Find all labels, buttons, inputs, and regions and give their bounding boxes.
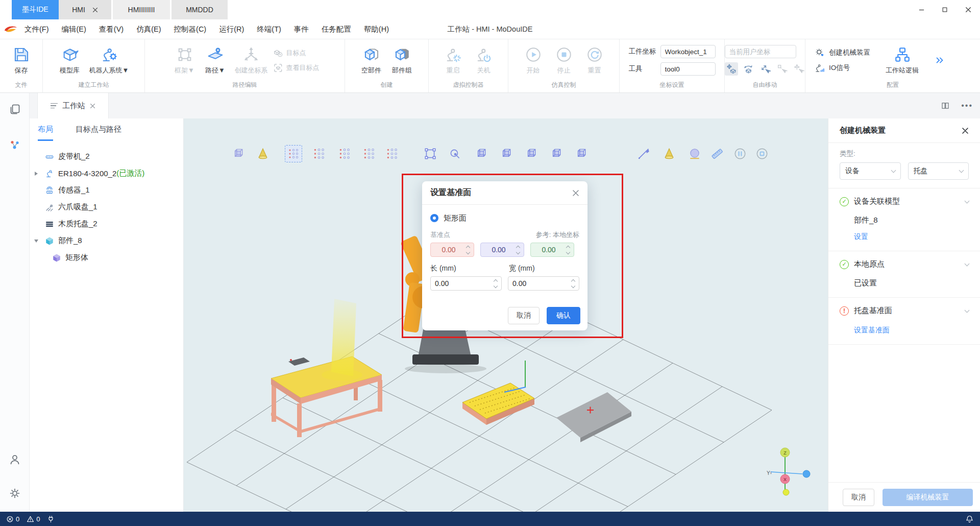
robot-system-button[interactable]: 机器人系统▼ [86,45,132,76]
view-cube-icon[interactable] [499,147,512,160]
model-library-button[interactable]: 模型库 [56,45,84,76]
type-select-pallet[interactable]: 托盘 [908,162,969,180]
length-input[interactable]: 0.00 [430,276,502,291]
rect-plane-radio[interactable]: 矩形面 [430,211,579,225]
menu-task-config[interactable]: 任务配置 [322,25,351,34]
app-tab[interactable]: 墨斗IDE [12,0,59,19]
point-grid-icon[interactable] [338,147,351,160]
stepper-icon[interactable] [494,280,499,288]
tool-input[interactable] [660,62,716,76]
point-select-active-icon[interactable] [285,145,302,162]
tree-item-part8[interactable]: 部件_8 [30,232,183,249]
user-coord-input[interactable] [725,45,796,58]
section-header[interactable]: 本地原点 [840,259,969,269]
tree-item-conveyor[interactable]: 皮带机_2 [30,148,183,165]
chevron-down-icon[interactable] [965,261,970,266]
panel-cancel-button[interactable]: 取消 [843,489,874,506]
view-cube-icon[interactable] [549,147,562,160]
draw-line-icon[interactable] [637,147,650,160]
start-button[interactable]: 开始 [519,45,548,76]
tree-item-gripper[interactable]: 六爪吸盘_1 [30,199,183,216]
menu-edit[interactable]: 编辑(E) [62,25,86,34]
expand-ribbon-icon[interactable] [934,55,945,66]
menu-controller[interactable]: 控制器(C) [174,25,207,34]
base-point-z-input[interactable]: 0.00 [530,243,574,257]
tab-workstation[interactable]: 工作站 [37,93,109,118]
scale-cursor-icon[interactable] [758,62,772,76]
connection-indicator[interactable] [47,515,55,523]
base-point-y-input[interactable]: 0.00 [480,243,524,257]
bell-icon[interactable] [965,515,974,523]
compile-mechanism-button[interactable]: 编译机械装置 [883,489,973,506]
stepper-icon[interactable] [517,246,522,254]
tree-item-wood-pallet[interactable]: 木质托盘_2 [30,216,183,232]
empty-part-button[interactable]: 空部件 [357,45,386,76]
frame-button[interactable]: 框架▼ [170,45,199,76]
ruler-icon[interactable] [710,147,724,160]
cancel-button[interactable]: 取消 [508,307,540,324]
window-tab-mmddd[interactable]: MMDDD [172,0,228,19]
user-account-icon[interactable] [9,453,21,466]
warning-counter[interactable]: 0 [27,515,40,523]
stack-cube-icon[interactable] [231,147,244,160]
stepper-icon[interactable] [567,246,572,254]
close-window-icon[interactable] [957,0,980,19]
stepper-icon[interactable] [572,280,577,288]
io-signal-button[interactable]: IO信号 [815,63,870,73]
point-grid-icon[interactable] [312,147,326,160]
maximize-icon[interactable] [933,0,957,19]
section-header[interactable]: 托盘基准面 [840,306,969,316]
panel-close-icon[interactable] [962,127,969,134]
split-view-icon[interactable] [941,101,950,110]
save-button[interactable]: 保存 [7,45,36,76]
collapse-icon[interactable] [34,240,38,243]
settings-gear-icon[interactable] [9,487,21,499]
cube-tan-icon[interactable] [256,147,270,160]
node-cursor-icon[interactable] [775,62,789,76]
menu-simulation[interactable]: 仿真(E) [136,25,161,34]
view-cube-icon[interactable] [524,147,537,160]
view-cube-icon[interactable] [474,147,487,160]
menu-view[interactable]: 查看(V) [99,25,124,34]
view-cube-icon[interactable] [574,147,587,160]
type-select-device[interactable]: 设备 [840,162,901,180]
close-workstation-icon[interactable] [90,103,95,109]
pause-circle-icon[interactable] [733,147,747,160]
create-mechanism-button[interactable]: 创建机械装置 [815,47,870,58]
stop-button[interactable]: 停止 [550,45,578,76]
menu-file[interactable]: 文件(F) [24,25,49,34]
base-point-x-input[interactable]: 0.00 [430,243,474,257]
view-target-button[interactable]: 查看目标点 [273,63,320,73]
set-link[interactable]: 设置 [854,232,868,242]
create-frame-button[interactable]: 创建坐标系 [232,45,271,76]
tree-item-rect-body[interactable]: 矩形体 [30,249,183,266]
tab-targets-paths[interactable]: 目标点与路径 [76,125,121,141]
menu-terminal[interactable]: 终端(T) [257,25,281,34]
chevron-down-icon[interactable] [965,307,970,313]
error-counter[interactable]: 0 [6,515,19,523]
point-grid-icon[interactable] [385,147,399,160]
reset-button[interactable]: 重置 [580,45,609,76]
pages-icon[interactable] [9,103,21,115]
restart-button[interactable]: 重启 [439,45,468,76]
sphere-icon[interactable] [688,147,701,160]
rotate-cube-icon[interactable] [742,62,755,76]
part-group-button[interactable]: 部件组 [388,45,416,76]
menu-help[interactable]: 帮助(H) [364,25,389,34]
chevron-down-icon[interactable] [965,198,970,203]
point-grid-icon[interactable] [362,147,376,160]
free-cursor-icon[interactable] [792,62,805,76]
menu-event[interactable]: 事件 [294,25,309,34]
window-tab-hmiiiiiiii[interactable]: HMIIIIIIII [113,0,170,19]
section-header[interactable]: 设备关联模型 [840,197,969,206]
dialog-close-icon[interactable] [572,189,579,197]
expand-icon[interactable] [35,172,38,176]
node-graph-icon[interactable] [9,139,21,151]
zoom-region-icon[interactable] [448,147,461,160]
width-input[interactable]: 0.00 [508,276,579,291]
target-point-button[interactable]: 目标点 [273,48,320,58]
tab-layout[interactable]: 布局 [38,125,53,141]
stop-circle-icon[interactable] [755,147,769,160]
move-cube-icon[interactable] [725,62,738,76]
confirm-button[interactable]: 确认 [547,307,580,324]
